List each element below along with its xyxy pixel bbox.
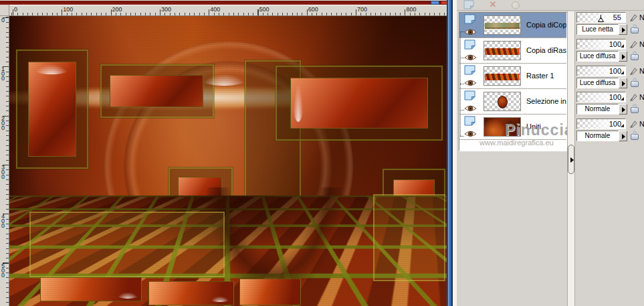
visibility-toggle-icon[interactable] [464, 129, 477, 141]
canvas-art[interactable] [9, 16, 447, 306]
layer-row[interactable]: Selezione innalzata [459, 89, 566, 114]
opacity-value: 100 [609, 67, 621, 75]
layer-link-indicator [460, 58, 464, 58]
opacity-field[interactable]: 100 [576, 39, 626, 50]
lock-transparency-icon[interactable] [631, 134, 639, 140]
layer-controls-column: 55NLuce netta100NLuce diffusa100NLuce di… [576, 0, 644, 306]
dropdown-arrow-icon [622, 81, 625, 86]
opacity-slider-thumb-icon[interactable] [621, 97, 624, 100]
pen-icon [629, 119, 638, 131]
blend-mode-dropdown-button[interactable] [619, 78, 627, 88]
delete-layer-x-icon: ✕ [490, 0, 497, 9]
splitter-handle[interactable] [568, 145, 574, 174]
ruler-label: 1 0 0 [1, 67, 5, 81]
layer-name: Uniti. [526, 123, 543, 131]
smiley-face-icon [512, 1, 520, 9]
layer-name: Raster 1 [526, 72, 554, 80]
layer-options-button[interactable] [506, 0, 525, 11]
layer-thumbnail [484, 92, 521, 111]
layer-link-indicator [460, 84, 464, 84]
opacity-slider-thumb-icon[interactable] [621, 71, 624, 74]
layer-row[interactable]: Copia diRaster 1 [459, 38, 566, 64]
ruler-label: 5 0 0 [1, 264, 5, 278]
opacity-value: 100 [609, 40, 621, 48]
dropdown-arrow-icon [622, 54, 625, 60]
ruler-label: 4 0 0 [1, 214, 5, 228]
link-set-label[interactable]: N [639, 67, 644, 75]
opacity-field[interactable]: 100 [576, 92, 626, 102]
visibility-toggle-icon[interactable] [464, 52, 477, 64]
delete-layer-button[interactable]: ✕ [484, 0, 502, 11]
ruler-label: 2 0 0 [1, 117, 5, 131]
blend-mode-select[interactable]: Luce diffusa [576, 51, 619, 62]
layer-row[interactable]: Uniti. [459, 114, 566, 140]
ruler-label: 100 [62, 6, 73, 13]
ruler-label: 300 [160, 6, 171, 13]
opacity-field[interactable]: 100 [576, 119, 626, 129]
layer-type-icon [464, 14, 475, 27]
layer-thumbnail [484, 15, 521, 35]
pen-icon [629, 92, 638, 104]
ruler-label: 0 [1, 18, 5, 23]
layer-row[interactable]: Raster 1 [459, 64, 566, 89]
layer-control-group: 100NLuce diffusa [576, 39, 644, 63]
layer-type-icon [464, 116, 475, 129]
layer-control-group: 55NLuce netta [576, 12, 644, 36]
ruler-label: 400 [209, 6, 220, 13]
lock-transparency-icon[interactable] [631, 107, 639, 113]
opacity-slider-thumb-icon[interactable] [621, 44, 624, 48]
image-window: 0100200300400500600700800 01 0 02 0 03 0… [0, 0, 453, 306]
blend-mode-select[interactable]: Normale [576, 131, 619, 141]
ruler-label: 600 [307, 6, 318, 13]
ruler-left: 01 0 02 0 03 0 04 0 05 0 0 [0, 16, 9, 306]
new-layer-icon [463, 0, 474, 9]
layer-link-indicator [460, 110, 464, 110]
blend-mode-dropdown-button[interactable] [619, 104, 627, 114]
pen-icon [629, 40, 638, 52]
layer-thumbnail [484, 66, 521, 86]
new-layer-button[interactable] [459, 0, 478, 11]
opacity-value: 100 [609, 120, 621, 128]
layer-name: Copia diRaster 1 [526, 46, 567, 54]
lock-transparency-icon[interactable] [631, 81, 639, 87]
layer-control-group: 100NLuce diffusa [576, 66, 644, 90]
blend-mode-select[interactable]: Luce netta [576, 24, 619, 35]
layer-name: Selezione innalzata [526, 97, 567, 105]
link-set-label[interactable]: N [639, 120, 644, 128]
layer-row[interactable]: Copia diCopia diRaster 1 [459, 13, 566, 38]
layer-type-icon [464, 90, 475, 103]
opacity-field[interactable]: 55 [576, 12, 626, 23]
layer-control-group: 100NNormale [576, 119, 644, 143]
lock-transparency-icon[interactable] [631, 54, 639, 60]
link-set-label[interactable]: N [639, 13, 644, 21]
link-set-label[interactable]: N [639, 93, 644, 101]
ruler-label: 3 0 0 [1, 165, 5, 179]
window-titlebar-edge [0, 0, 453, 5]
blend-mode-dropdown-button[interactable] [619, 24, 627, 35]
lock-transparency-icon[interactable] [631, 27, 639, 33]
blend-mode-dropdown-button[interactable] [619, 131, 627, 141]
dropdown-arrow-icon [622, 27, 625, 33]
ruler-label: 800 [405, 6, 416, 13]
window-border [447, 0, 453, 306]
texture-overlay [9, 16, 447, 306]
pen-icon [629, 66, 638, 78]
opacity-field[interactable]: 100 [576, 66, 626, 76]
layer-list: Copia diCopia diRaster 1Copia diRaster 1… [459, 12, 567, 151]
opacity-slider-thumb-icon[interactable] [621, 124, 624, 127]
visibility-toggle-icon[interactable] [464, 103, 477, 115]
layer-type-icon [464, 40, 475, 52]
blend-mode-select[interactable]: Luce diffusa [576, 78, 619, 88]
visibility-toggle-icon[interactable] [464, 78, 477, 90]
layer-link-indicator [460, 31, 464, 32]
layer-thumbnail [484, 117, 521, 137]
link-set-label[interactable]: N [639, 40, 644, 48]
blend-mode-dropdown-button[interactable] [619, 51, 627, 62]
layers-palette: ✕ Copia diCopia diRaster 1Copia diRaster… [457, 0, 644, 306]
layer-name: Copia diCopia diRaster 1 [526, 21, 567, 29]
visibility-toggle-icon[interactable] [464, 27, 477, 39]
blend-mode-select[interactable]: Normale [576, 104, 619, 114]
dropdown-arrow-icon [622, 107, 625, 112]
ruler-corner [0, 5, 9, 16]
opacity-value: 55 [613, 13, 621, 21]
